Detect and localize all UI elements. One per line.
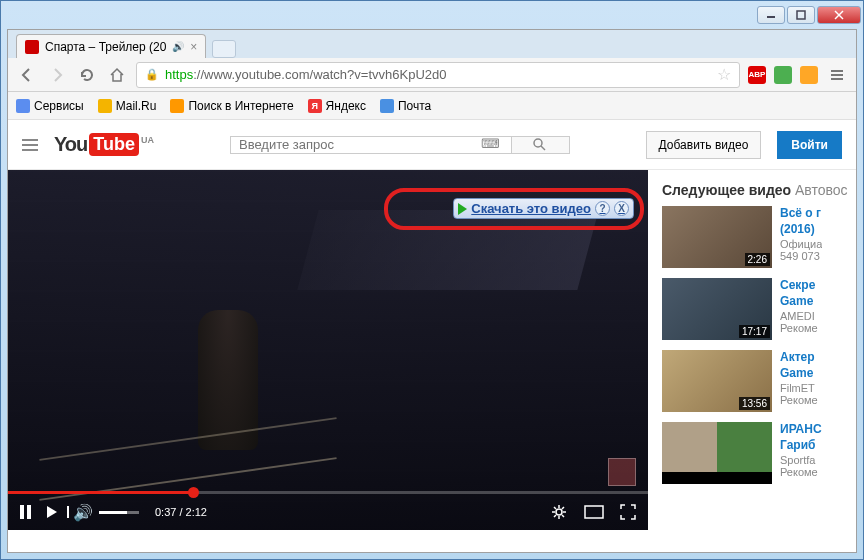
home-button[interactable] [106, 64, 128, 86]
bookmark-item[interactable]: Сервисы [16, 99, 84, 113]
titlebar [1, 1, 863, 29]
recommendation-item[interactable]: 17:17 СекреGameAMEDIРекоме [662, 278, 856, 340]
bookmark-item[interactable]: Mail.Ru [98, 99, 157, 113]
bookmarks-bar: Сервисы Mail.Ru Поиск в Интернете ЯЯндек… [8, 92, 856, 120]
video-thumbnail: 13:56 [662, 350, 772, 412]
bookmark-star-icon[interactable]: ☆ [717, 65, 731, 84]
reload-button[interactable] [76, 64, 98, 86]
recommendations-sidebar: Следующее видео Автовос 2:26 Всё о г(201… [648, 170, 856, 552]
recommendation-item[interactable]: ИРАНСГарибSportfaРекоме [662, 422, 856, 484]
recommendation-item[interactable]: 13:56 АктерGameFilmETРекоме [662, 350, 856, 412]
tab-close-icon[interactable]: × [190, 40, 197, 54]
youtube-logo[interactable]: You Tube UA [54, 133, 154, 156]
svg-rect-10 [585, 506, 603, 518]
fullscreen-button[interactable] [620, 504, 636, 520]
extension-icon-2[interactable] [800, 66, 818, 84]
settings-button[interactable] [550, 503, 568, 521]
close-button[interactable] [817, 6, 861, 24]
play-icon [458, 203, 467, 215]
player-controls: 🔊 0:37 / 2:12 [8, 494, 648, 530]
tab-strip: Спарта – Трейлер (20 🔊 × [8, 30, 856, 58]
svg-rect-1 [797, 11, 805, 19]
forward-button[interactable] [46, 64, 68, 86]
browser-tab[interactable]: Спарта – Трейлер (20 🔊 × [16, 34, 206, 58]
channel-watermark[interactable] [608, 458, 636, 486]
maximize-button[interactable] [787, 6, 815, 24]
search-button[interactable] [512, 136, 570, 154]
volume-icon: 🔊 [73, 503, 93, 522]
guide-button[interactable] [22, 139, 38, 151]
svg-line-8 [541, 146, 545, 150]
extension-icon-1[interactable] [774, 66, 792, 84]
recommendation-item[interactable]: 2:26 Всё о г(2016)Официа549 073 [662, 206, 856, 268]
bookmark-item[interactable]: Поиск в Интернете [170, 99, 293, 113]
youtube-header: You Tube UA ⌨ Добавить видео Войти [8, 120, 856, 170]
bookmark-item[interactable]: Почта [380, 99, 431, 113]
upnext-header: Следующее видео Автовос [662, 182, 856, 198]
window-frame: Спарта – Трейлер (20 🔊 × 🔒 https://www.y… [0, 0, 864, 560]
video-thumbnail: 2:26 [662, 206, 772, 268]
svg-point-7 [534, 139, 542, 147]
help-icon[interactable]: ? [595, 201, 610, 216]
youtube-favicon [25, 40, 39, 54]
tab-title: Спарта – Трейлер (20 [45, 40, 166, 54]
search-input[interactable] [230, 136, 512, 154]
minimize-button[interactable] [757, 6, 785, 24]
adblock-icon[interactable]: ABP [748, 66, 766, 84]
url-host: ://www.youtube.com [193, 67, 309, 82]
video-frame [8, 170, 648, 530]
lock-icon: 🔒 [145, 68, 159, 81]
url-path: /watch?v=tvvh6KpU2d0 [310, 67, 447, 82]
download-video-button[interactable]: Скачать это видео ? X [453, 198, 634, 219]
video-thumbnail: 17:17 [662, 278, 772, 340]
next-button[interactable] [47, 506, 57, 518]
video-player[interactable]: Скачать это видео ? X 🔊 0:37 / 2:12 [8, 170, 648, 530]
back-button[interactable] [16, 64, 38, 86]
volume-control[interactable]: 🔊 [73, 503, 139, 522]
address-bar[interactable]: 🔒 https://www.youtube.com/watch?v=tvvh6K… [136, 62, 740, 88]
time-display: 0:37 / 2:12 [155, 506, 207, 518]
new-tab-button[interactable] [212, 40, 236, 58]
audio-icon[interactable]: 🔊 [172, 41, 184, 52]
url-protocol: https [165, 67, 193, 82]
theater-button[interactable] [584, 505, 604, 519]
svg-point-9 [556, 509, 562, 515]
content-area: Скачать это видео ? X 🔊 0:37 / 2:12 [8, 170, 856, 552]
browser-toolbar: 🔒 https://www.youtube.com/watch?v=tvvh6K… [8, 58, 856, 92]
bookmark-item[interactable]: ЯЯндекс [308, 99, 366, 113]
menu-button[interactable] [826, 64, 848, 86]
keyboard-icon[interactable]: ⌨ [481, 136, 500, 151]
pause-button[interactable] [20, 505, 31, 519]
browser-body: Спарта – Трейлер (20 🔊 × 🔒 https://www.y… [7, 29, 857, 553]
video-thumbnail [662, 422, 772, 484]
upload-button[interactable]: Добавить видео [646, 131, 762, 159]
signin-button[interactable]: Войти [777, 131, 842, 159]
close-icon[interactable]: X [614, 201, 629, 216]
